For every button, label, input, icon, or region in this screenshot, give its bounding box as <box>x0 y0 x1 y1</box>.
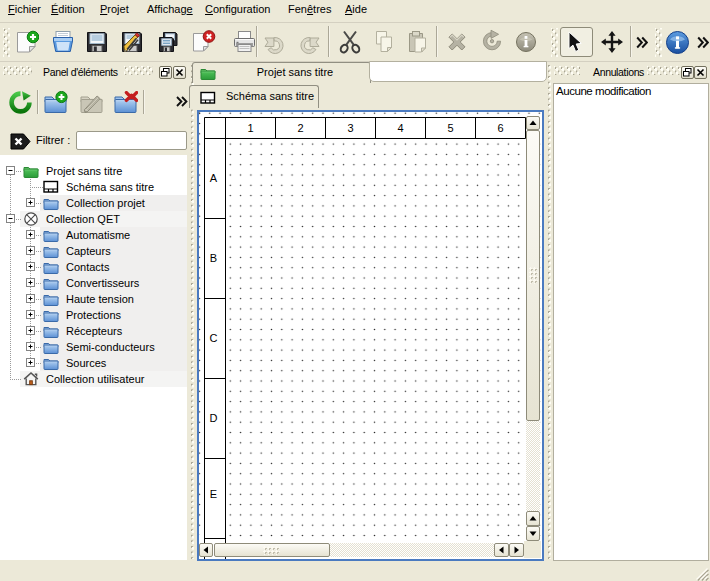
svg-text:5: 5 <box>447 122 453 134</box>
svg-text:4: 4 <box>397 122 403 134</box>
svg-text:1: 1 <box>247 122 253 134</box>
svg-text:C: C <box>210 332 218 344</box>
svg-text:D: D <box>210 412 218 424</box>
svg-text:E: E <box>210 488 217 500</box>
svg-text:3: 3 <box>347 122 353 134</box>
svg-text:B: B <box>210 252 217 264</box>
svg-text:2: 2 <box>297 122 303 134</box>
svg-text:6: 6 <box>497 122 503 134</box>
svg-text:A: A <box>210 172 218 184</box>
